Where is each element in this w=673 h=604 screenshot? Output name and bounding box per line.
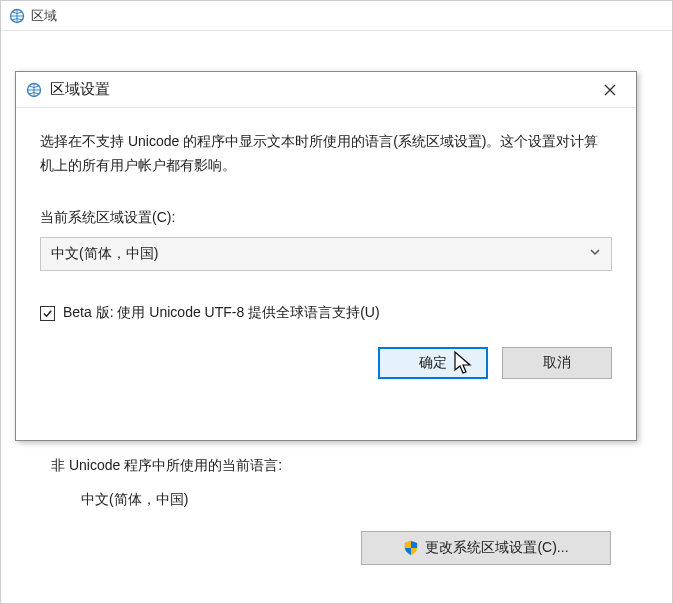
dialog-title: 区域设置 — [50, 80, 580, 99]
nonunicode-language-value: 中文(简体，中国) — [81, 491, 642, 509]
parent-window-title: 区域 — [31, 7, 57, 25]
parent-body: 用的语言。 非 Unicode 程序中所使用的当前语言: 中文(简体，中国) 更… — [1, 31, 672, 603]
globe-icon — [9, 8, 25, 24]
dialog-body: 选择在不支持 Unicode 的程序中显示文本时所使用的语言(系统区域设置)。这… — [16, 108, 636, 397]
cancel-button[interactable]: 取消 — [502, 347, 612, 379]
dialog-titlebar: 区域设置 — [16, 72, 636, 108]
check-icon — [42, 308, 53, 319]
ok-button[interactable]: 确定 — [378, 347, 488, 379]
locale-label: 当前系统区域设置(C): — [40, 206, 612, 230]
utf8-checkbox-row[interactable]: Beta 版: 使用 Unicode UTF-8 提供全球语言支持(U) — [40, 301, 612, 325]
cancel-button-label: 取消 — [543, 351, 571, 375]
parent-titlebar: 区域 — [1, 1, 672, 31]
change-system-locale-button[interactable]: 更改系统区域设置(C)... — [361, 531, 611, 565]
ok-button-label: 确定 — [419, 351, 447, 375]
uac-shield-icon — [403, 540, 419, 556]
locale-selected-value: 中文(简体，中国) — [51, 242, 158, 266]
change-system-locale-label: 更改系统区域设置(C)... — [425, 539, 568, 557]
region-window: 区域 用的语言。 非 Unicode 程序中所使用的当前语言: 中文(简体，中国… — [0, 0, 673, 604]
close-icon — [604, 84, 616, 96]
utf8-checkbox-label: Beta 版: 使用 Unicode UTF-8 提供全球语言支持(U) — [63, 301, 380, 325]
region-settings-dialog: 区域设置 选择在不支持 Unicode 的程序中显示文本时所使用的语言(系统区域… — [15, 71, 637, 441]
globe-icon — [26, 82, 42, 98]
chevron-down-icon — [589, 242, 601, 266]
utf8-checkbox[interactable] — [40, 306, 55, 321]
dialog-description: 选择在不支持 Unicode 的程序中显示文本时所使用的语言(系统区域设置)。这… — [40, 130, 612, 178]
dialog-button-row: 确定 取消 — [40, 347, 612, 379]
close-button[interactable] — [588, 75, 632, 105]
nonunicode-language-label: 非 Unicode 程序中所使用的当前语言: — [51, 457, 642, 475]
locale-combobox[interactable]: 中文(简体，中国) — [40, 237, 612, 271]
